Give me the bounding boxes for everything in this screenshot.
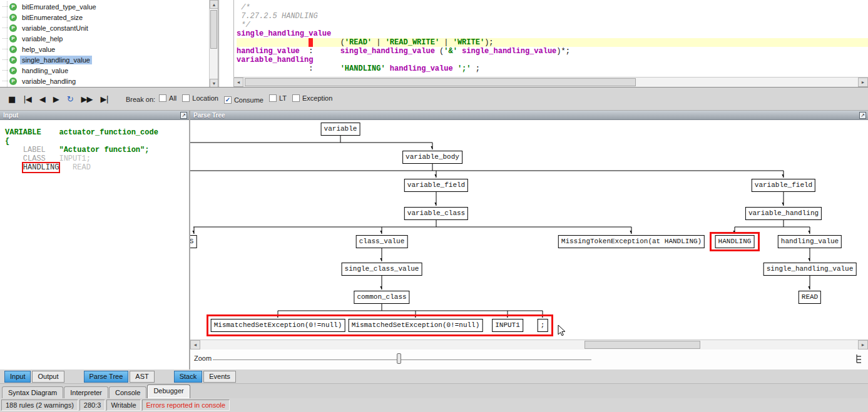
rule-list-item-variable-help[interactable]: Pvariable_help: [3, 33, 209, 44]
code-text: (: [435, 47, 444, 56]
scroll-down-icon[interactable]: ▼: [210, 79, 218, 87]
parse-tree-node-variable-body[interactable]: variable_body: [402, 151, 462, 164]
detach-panel-icon[interactable]: ↗: [180, 112, 187, 119]
parser-rule-icon: P: [9, 78, 17, 85]
parse-tree-node--[interactable]: ;: [538, 319, 548, 332]
checkbox-label: All: [169, 94, 176, 102]
parse-tree-node-mismatchedsetexception-0-null-[interactable]: MismatchedSetException(0!=null): [349, 319, 483, 332]
stop-button[interactable]: ■: [8, 94, 15, 104]
tab-syntax-diagram[interactable]: Syntax Diagram: [2, 386, 63, 398]
checkbox[interactable]: [159, 94, 166, 102]
zoom-slider-thumb[interactable]: [397, 353, 401, 364]
parse-tree-node-class-value[interactable]: class_value: [356, 235, 408, 248]
parse-tree-horizontal-scrollbar[interactable]: ◄ ►: [190, 339, 868, 349]
rule-list-item-bitemurated-type-value[interactable]: PbitEmurated_type_value: [3, 1, 209, 12]
breakon-all[interactable]: All: [159, 94, 176, 102]
parse-tree-node-variable-handling[interactable]: variable_handling: [745, 207, 822, 220]
tab-console[interactable]: Console: [109, 386, 146, 398]
parse-tree-canvas[interactable]: variablevariable_bodyvariable_fieldvaria…: [190, 120, 868, 339]
rule-name: bitEnumerated_size: [20, 13, 84, 22]
checkbox[interactable]: [269, 94, 277, 102]
scrollbar-thumb[interactable]: [585, 341, 700, 349]
parse-tree-node-variable-field[interactable]: variable_field: [404, 179, 468, 192]
scroll-right-icon[interactable]: ►: [858, 340, 868, 349]
rule-list-item-help-value[interactable]: Phelp_value: [3, 44, 209, 54]
rule-list-item-bitenumerated-size[interactable]: PbitEnumerated_size: [3, 12, 209, 23]
input-token: INPUT1;: [59, 154, 90, 163]
editor-horizontal-scrollbar[interactable]: ◄ ►: [233, 77, 868, 87]
parse-tree-node-read[interactable]: READ: [799, 291, 821, 304]
rule-list-item-handling-value[interactable]: Phandling_value: [3, 65, 209, 76]
view-tab-ast[interactable]: AST: [130, 371, 154, 383]
rule-list-item-single-handling-value[interactable]: Psingle_handling_value: [3, 54, 209, 65]
parse-tree-node-variable-field[interactable]: variable_field: [752, 179, 815, 192]
code-text: */: [237, 21, 250, 29]
rule-list-item-variable-handling[interactable]: Pvariable_handling: [3, 76, 209, 86]
fast-forward-button[interactable]: ▶▶: [81, 94, 93, 104]
breakon-location[interactable]: Location: [182, 94, 218, 102]
input-panel-titlebar: Input ↗: [0, 111, 189, 120]
tab-debugger[interactable]: Debugger: [147, 384, 190, 398]
parse-tree-node-missingtokenexception-at-handling-[interactable]: MissingTokenException(at HANDLING): [558, 235, 705, 248]
parser-rule-icon: P: [9, 24, 17, 32]
parse-tree-node-input1[interactable]: INPUT1: [492, 319, 523, 332]
code-text: handling_value: [390, 64, 453, 73]
go-to-end-button[interactable]: ▶|: [101, 94, 108, 104]
code-text: single_handling_value: [237, 29, 331, 38]
view-tab-group: StackEvents: [174, 371, 237, 383]
scroll-right-icon[interactable]: ►: [858, 78, 868, 87]
parse-tree-node-handling-value[interactable]: handling_value: [778, 235, 842, 248]
view-tab-parse-tree[interactable]: Parse Tree: [84, 371, 129, 383]
middle-section: Input ↗ VARIABLE actuator_function_code{…: [0, 111, 868, 369]
parse-tree-node-single-handling-value[interactable]: single_handling_value: [763, 263, 857, 276]
parse-tree-node-mismatchedsetexception-0-null-[interactable]: MismatchedSetException(0!=null): [211, 319, 345, 332]
step-forward-button[interactable]: ▶: [53, 94, 59, 104]
tab-interpreter[interactable]: Interpreter: [64, 386, 108, 398]
parse-tree-node-variable-class[interactable]: variable_class: [404, 207, 468, 220]
scroll-up-icon[interactable]: ▲: [210, 0, 218, 9]
top-section: PbitEmurated_type_valuePbitEnumerated_si…: [0, 0, 868, 88]
rule-list-vertical-scrollbar[interactable]: ▲ ▼: [209, 0, 218, 87]
scrollbar-thumb[interactable]: [210, 10, 217, 49]
checkbox[interactable]: ✓: [224, 96, 232, 104]
breakon-exception[interactable]: Exception: [292, 94, 332, 102]
grammar-editor[interactable]: /* 7.27.2.5 HANDLING⌂ */single_handling_…: [220, 0, 868, 87]
parser-rule-icon: P: [9, 46, 17, 53]
input-token: VARIABLE: [5, 128, 41, 137]
parse-tree-node-single-class-value[interactable]: single_class_value: [342, 263, 422, 276]
grammar-code-area[interactable]: /* 7.27.2.5 HANDLING⌂ */single_handling_…: [233, 0, 868, 77]
parse-tree-node-handling[interactable]: HANDLING: [715, 235, 755, 248]
tree-layout-icon[interactable]: [854, 353, 864, 364]
code-text: (: [340, 38, 345, 47]
rule-list-item-variable-constantunit[interactable]: Pvariable_constantUnit: [3, 23, 209, 33]
rule-list-panel: PbitEmurated_type_valuePbitEnumerated_si…: [0, 0, 218, 87]
code-text: |: [439, 38, 453, 47]
scroll-left-icon[interactable]: ◄: [233, 78, 243, 87]
zoom-label: Zoom: [194, 354, 212, 362]
parse-tree-node-common-class[interactable]: common_class: [354, 291, 409, 304]
code-text: );: [484, 38, 493, 47]
breakon-lt[interactable]: LT: [269, 94, 287, 102]
antlrworks-debugger-window: PbitEmurated_type_valuePbitEnumerated_si…: [0, 0, 868, 412]
parse-tree-node-variable[interactable]: variable: [321, 123, 360, 136]
rule-name: bitEmurated_type_value: [20, 3, 98, 11]
input-panel-title: Input: [3, 112, 18, 119]
view-tab-events[interactable]: Events: [203, 371, 236, 383]
zoom-slider-track[interactable]: [213, 359, 591, 360]
parse-tree-node-s[interactable]: S: [190, 235, 197, 248]
breakon-consume[interactable]: ✓Consume: [224, 96, 263, 104]
scrollbar-thumb[interactable]: [245, 78, 636, 86]
view-tab-stack[interactable]: Stack: [174, 371, 203, 383]
code-text: 'HANDLING': [340, 64, 385, 73]
code-text: [237, 38, 309, 47]
scroll-left-icon[interactable]: ◄: [190, 340, 200, 349]
go-to-start-button[interactable]: |◀: [23, 94, 31, 104]
rerun-button[interactable]: ↻: [67, 94, 73, 104]
input-text-area[interactable]: VARIABLE actuator_function_code{ LABEL "…: [0, 120, 189, 369]
detach-panel-icon[interactable]: ↗: [859, 112, 866, 119]
checkbox[interactable]: [292, 94, 300, 102]
view-tab-output[interactable]: Output: [32, 371, 64, 383]
step-back-button[interactable]: ◀: [39, 94, 45, 104]
view-tab-input[interactable]: Input: [4, 371, 31, 383]
checkbox[interactable]: [182, 94, 190, 102]
